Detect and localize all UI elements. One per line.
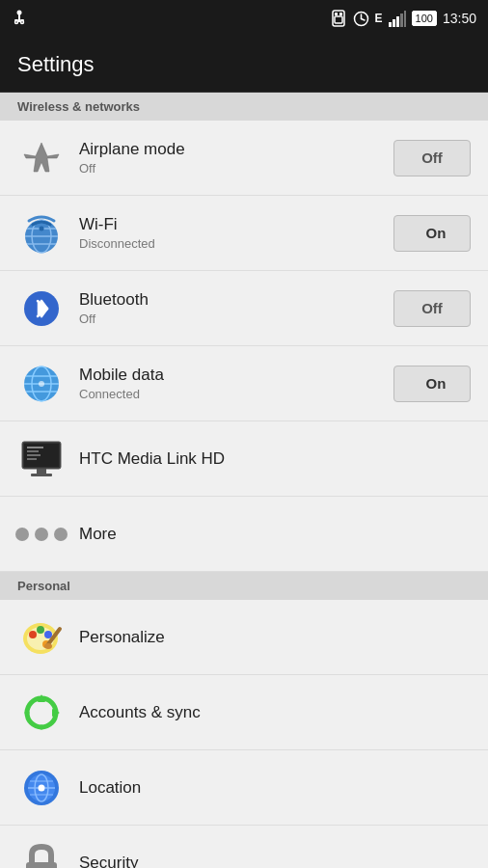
- settings-item-wifi[interactable]: Wi-Fi Disconnected On: [0, 196, 488, 271]
- security-text: Security: [79, 854, 471, 869]
- settings-item-location[interactable]: Location: [0, 750, 488, 826]
- status-right: E 100 13:50: [330, 10, 476, 27]
- svg-rect-13: [389, 22, 392, 27]
- palette-icon: [17, 613, 66, 662]
- svg-rect-8: [335, 13, 338, 15]
- section-header-wireless: Wireless & networks: [0, 93, 488, 121]
- airplane-subtitle: Off: [79, 161, 393, 176]
- svg-rect-40: [37, 469, 46, 474]
- mobiledata-title: Mobile data: [79, 366, 393, 385]
- airplane-title: Airplane mode: [79, 140, 393, 159]
- monitor-icon: [17, 435, 66, 483]
- location-icon: [17, 764, 66, 812]
- settings-item-accounts[interactable]: Accounts & sync: [0, 675, 488, 750]
- wifi-toggle-label[interactable]: On: [402, 225, 470, 241]
- page-title: Settings: [17, 52, 95, 77]
- app-bar: Settings: [0, 37, 488, 93]
- personalize-title: Personalize: [79, 628, 471, 647]
- airplane-icon: [17, 134, 66, 182]
- location-title: Location: [79, 778, 471, 798]
- wifi-subtitle: Disconnected: [79, 236, 393, 251]
- status-bar: E 100 13:50: [0, 0, 488, 37]
- mobiledata-text: Mobile data Connected: [79, 366, 393, 401]
- mobiledata-icon: [17, 360, 66, 408]
- more-title: More: [79, 525, 471, 544]
- personalize-text: Personalize: [79, 628, 471, 647]
- svg-point-5: [21, 21, 24, 24]
- airplane-toggle[interactable]: Off: [393, 140, 471, 176]
- battery-indicator: 100: [412, 11, 437, 26]
- accounts-text: Accounts & sync: [79, 703, 471, 722]
- bluetooth-subtitle: Off: [79, 312, 393, 326]
- svg-point-46: [44, 631, 52, 638]
- bluetooth-toggle[interactable]: Off: [393, 290, 471, 327]
- mobiledata-subtitle: Connected: [79, 387, 393, 401]
- svg-line-12: [361, 18, 365, 20]
- settings-item-airplane[interactable]: Airplane mode Off Off: [0, 121, 488, 196]
- svg-point-58: [39, 784, 45, 791]
- htcmedialink-title: HTC Media Link HD: [79, 449, 471, 469]
- mobiledata-toggle-label[interactable]: On: [402, 375, 470, 392]
- svg-point-0: [17, 11, 22, 15]
- section-personal: Personal Personalize: [0, 572, 488, 868]
- settings-item-mobiledata[interactable]: Mobile data Connected On: [0, 346, 488, 421]
- svg-point-49: [44, 643, 52, 649]
- bluetooth-toggle-label[interactable]: Off: [394, 300, 470, 316]
- more-icon: [17, 510, 66, 558]
- svg-point-23: [40, 226, 44, 231]
- svg-rect-7: [335, 16, 342, 23]
- clock-icon: [353, 11, 369, 27]
- wifi-icon: [17, 209, 66, 258]
- svg-rect-15: [396, 16, 399, 27]
- svg-rect-16: [400, 14, 403, 27]
- svg-rect-41: [31, 474, 52, 476]
- accounts-title: Accounts & sync: [79, 703, 471, 722]
- svg-point-4: [15, 21, 18, 24]
- status-time: 13:50: [443, 11, 476, 26]
- wifi-text: Wi-Fi Disconnected: [79, 215, 393, 251]
- svg-rect-17: [404, 11, 406, 27]
- bluetooth-text: Bluetooth Off: [79, 290, 393, 326]
- signal-icon: [389, 11, 406, 27]
- airplane-toggle-label[interactable]: Off: [394, 149, 470, 166]
- svg-point-45: [37, 626, 44, 634]
- network-type-icon: E: [375, 12, 383, 25]
- bluetooth-icon: [17, 285, 66, 333]
- sim-icon: [330, 10, 347, 27]
- svg-rect-9: [339, 13, 342, 15]
- settings-item-bluetooth[interactable]: Bluetooth Off Off: [0, 271, 488, 346]
- svg-rect-1: [18, 14, 20, 22]
- usb-icon: [12, 10, 27, 27]
- svg-rect-14: [393, 19, 395, 27]
- settings-item-security[interactable]: Security: [0, 826, 488, 868]
- mobiledata-toggle[interactable]: On: [393, 366, 471, 402]
- settings-item-personalize[interactable]: Personalize: [0, 600, 488, 675]
- section-wireless: Wireless & networks Airplane mode Off Of…: [0, 93, 488, 572]
- svg-point-44: [29, 631, 37, 638]
- section-header-personal: Personal: [0, 572, 488, 600]
- wifi-title: Wi-Fi: [79, 215, 393, 234]
- settings-item-htcmedialink[interactable]: HTC Media Link HD: [0, 421, 488, 497]
- svg-point-33: [39, 381, 44, 387]
- bluetooth-title: Bluetooth: [79, 290, 393, 310]
- security-title: Security: [79, 854, 471, 869]
- more-text: More: [79, 525, 471, 544]
- status-left: [12, 10, 27, 27]
- settings-item-more[interactable]: More: [0, 497, 488, 572]
- sync-icon: [17, 689, 66, 737]
- location-text: Location: [79, 778, 471, 798]
- airplane-text: Airplane mode Off: [79, 140, 393, 176]
- lock-icon: [17, 839, 66, 869]
- wifi-toggle[interactable]: On: [393, 215, 471, 252]
- htcmedialink-text: HTC Media Link HD: [79, 449, 471, 469]
